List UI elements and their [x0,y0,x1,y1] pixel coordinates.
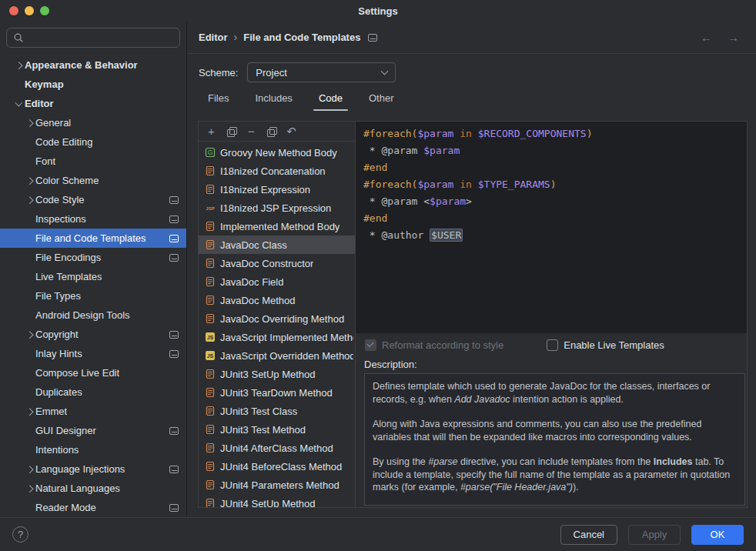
sidebar-item-intentions[interactable]: Intentions [0,440,186,459]
help-button[interactable]: ? [12,526,28,543]
sidebar-item-file-and-code-templates[interactable]: File and Code Templates [0,229,186,248]
copy-template-button[interactable] [263,124,280,139]
add-template-button[interactable]: + [202,124,220,139]
sidebar-item-duplicates[interactable]: Duplicates [0,382,186,402]
forward-button[interactable]: → [728,31,739,44]
create-child-template-button[interactable] [222,124,240,139]
sidebar-item-gui-designer[interactable]: GUI Designer [0,421,186,440]
sidebar-item-compose-live-edit[interactable]: Compose Live Edit [0,363,186,382]
ok-button[interactable]: OK [691,525,744,545]
footer-buttons: Cancel Apply OK [560,525,744,545]
minimize-button[interactable] [25,6,34,15]
js-icon: JS [205,350,216,361]
close-button[interactable] [9,6,18,15]
template-editor[interactable]: #foreach($param in $RECORD_COMPONENTS) *… [356,122,747,333]
sidebar-item-file-types[interactable]: File Types [0,286,186,306]
sidebar-item-code-editing[interactable]: Code Editing [0,132,186,152]
code-line: * @author $USER [363,227,739,244]
template-item-implemented-method-body[interactable]: Implemented Method Body [199,217,355,235]
chevron-right-icon[interactable] [23,463,35,476]
sidebar-item-general[interactable]: General [0,113,186,132]
tab-other[interactable]: Other [359,88,404,111]
sidebar-item-label: Code Style [35,194,85,205]
sidebar-item-android-design-tools[interactable]: Android Design Tools [0,306,186,325]
search-box[interactable] [6,28,180,48]
template-item-junit3-teardown-method[interactable]: JUnit3 TearDown Method [199,383,355,402]
chevron-right-icon[interactable] [23,175,35,187]
template-item-junit3-setup-method[interactable]: JUnit3 SetUp Method [199,365,355,383]
template-item-javadoc-field[interactable]: JavaDoc Field [199,272,355,291]
back-button[interactable]: ← [701,31,712,44]
breadcrumb-editor[interactable]: Editor [199,32,228,43]
template-item-javascript-implemented-method-body[interactable]: JSJavaScript Implemented Method Body [199,328,355,346]
sidebar-item-label: Duplicates [35,386,82,398]
description-paragraph: Defines template which used to generate … [373,380,737,406]
template-item-javascript-overridden-method-body[interactable]: JSJavaScript Overridden Method Body [199,346,355,365]
description-text: Add Javadoc [454,394,510,405]
apply-button[interactable]: Apply [628,525,681,545]
per-project-settings-icon [169,350,179,358]
sidebar-item-appearance-behavior[interactable]: Appearance & Behavior [0,55,186,75]
description-box[interactable]: Defines template which used to generate … [364,373,745,506]
template-item-javadoc-method[interactable]: JavaDoc Method [199,291,355,309]
chevron-right-icon[interactable] [23,406,35,418]
zoom-button[interactable] [40,6,49,15]
scheme-dropdown[interactable]: Project [247,62,396,82]
sidebar-item-emmet[interactable]: Emmet [0,402,186,421]
description-text: intention action is applied. [510,394,624,405]
sidebar-item-file-encodings[interactable]: File Encodings [0,248,186,267]
chevron-right-icon[interactable] [23,329,35,341]
remove-template-button[interactable]: − [243,124,260,139]
settings-content: Editor › File and Code Templates ← → Sch… [188,22,756,517]
template-item-label: JavaDoc Field [220,276,283,288]
template-item-i18nized-expression[interactable]: I18nized Expression [199,180,355,199]
content-header: Editor › File and Code Templates ← → [188,22,756,54]
tab-files[interactable]: Files [198,88,239,111]
template-icon [205,276,216,287]
window-title: Settings [358,5,397,17]
enable-live-templates-checkbox[interactable]: Enable Live Templates [547,339,664,351]
chevron-right-icon[interactable] [23,483,35,495]
sidebar-item-code-style[interactable]: Code Style [0,190,186,209]
sidebar-item-copyright[interactable]: Copyright [0,325,186,344]
sidebar-item-inlay-hints[interactable]: Inlay Hints [0,344,186,363]
code-token: $param [417,128,453,139]
template-item-i18nized-jsp-expression[interactable]: JSPI18nized JSP Expression [199,199,355,217]
template-item-junit4-afterclass-method[interactable]: JUnit4 AfterClass Method [199,439,355,457]
template-item-javadoc-constructor[interactable]: JavaDoc Constructor [199,254,355,272]
cancel-button[interactable]: Cancel [560,525,617,545]
chevron-right-icon[interactable] [23,117,35,129]
sidebar-item-keymap[interactable]: Keymap [0,75,186,94]
chevron-down-icon[interactable] [12,98,25,110]
sidebar-item-editor[interactable]: Editor [0,94,186,113]
settings-search-input[interactable] [28,32,173,44]
template-item-junit4-beforeclass-method[interactable]: JUnit4 BeforeClass Method [199,457,355,476]
template-item-label: Implemented Method Body [220,221,340,232]
template-item-junit4-parameters-method[interactable]: JUnit4 Parameters Method [199,476,355,494]
sidebar-item-reader-mode[interactable]: Reader Mode [0,498,186,517]
sidebar-item-inspections[interactable]: Inspections [0,209,186,229]
code-token: $param [430,195,466,207]
sidebar-item-label: File Encodings [35,252,101,263]
chevron-spacer [23,290,35,302]
template-item-i18nized-concatenation[interactable]: I18nized Concatenation [199,162,355,180]
template-item-javadoc-overriding-method[interactable]: JavaDoc Overriding Method [199,309,355,328]
reset-to-default-button[interactable]: ↶ [283,124,300,139]
chevron-right-icon[interactable] [12,59,25,72]
sidebar-item-natural-languages[interactable]: Natural Languages [0,479,186,498]
sidebar-item-language-injections[interactable]: Language Injections [0,459,186,479]
template-item-junit4-setup-method[interactable]: JUnit4 SetUp Method [199,494,355,507]
sidebar-item-color-scheme[interactable]: Color Scheme [0,171,186,190]
template-item-junit3-test-method[interactable]: JUnit3 Test Method [199,420,355,439]
template-item-javadoc-class[interactable]: JavaDoc Class [199,235,355,254]
sidebar-item-live-templates[interactable]: Live Templates [0,267,186,286]
sidebar-item-font[interactable]: Font [0,152,186,171]
template-item-junit3-test-class[interactable]: JUnit3 Test Class [199,402,355,420]
template-item-groovy-new-method-body[interactable]: GGroovy New Method Body [199,143,355,162]
code-line: #end [363,159,739,176]
tab-code[interactable]: Code [309,88,353,111]
chevron-right-icon[interactable] [23,194,35,206]
tab-includes[interactable]: Includes [245,88,302,111]
sidebar-item-label: Code Editing [35,136,92,148]
reformat-checkbox[interactable]: Reformat according to style [365,339,503,351]
